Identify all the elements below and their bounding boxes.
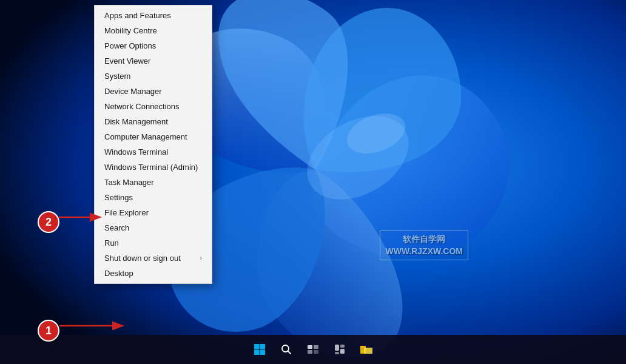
menu-item-windows-terminal[interactable]: Windows Terminal xyxy=(95,144,212,160)
menu-item-power-options[interactable]: Power Options xyxy=(95,38,212,53)
svg-rect-4 xyxy=(260,344,266,349)
svg-rect-18 xyxy=(364,348,372,354)
taskbar xyxy=(0,335,626,364)
menu-item-label: Apps and Features xyxy=(104,11,171,20)
taskview-button[interactable] xyxy=(301,337,325,362)
context-menu: Apps and FeaturesMobility CentrePower Op… xyxy=(94,5,212,284)
annotation-1: 1 xyxy=(38,320,59,342)
search-icon xyxy=(280,343,292,356)
menu-item-label: System xyxy=(104,72,130,81)
menu-item-label: Disk Management xyxy=(104,117,168,126)
menu-item-label: Run xyxy=(104,238,119,248)
svg-rect-19 xyxy=(360,346,364,348)
svg-rect-6 xyxy=(260,350,266,356)
svg-rect-14 xyxy=(340,345,345,348)
start-button[interactable] xyxy=(247,337,272,362)
menu-item-disk-management[interactable]: Disk Management xyxy=(95,114,212,129)
menu-item-search[interactable]: Search xyxy=(95,220,212,235)
menu-item-label: Device Manager xyxy=(104,87,162,96)
explorer-button[interactable] xyxy=(354,337,379,362)
menu-item-network-connections[interactable]: Network Connections xyxy=(95,99,212,114)
menu-item-file-explorer[interactable]: File Explorer xyxy=(95,205,212,220)
menu-item-label: Desktop xyxy=(104,269,133,278)
menu-item-label: Network Connections xyxy=(104,102,180,111)
menu-item-label: Event Viewer xyxy=(104,56,150,66)
search-button[interactable] xyxy=(274,337,298,362)
annotation-2-arrow xyxy=(58,208,103,226)
svg-rect-5 xyxy=(254,350,260,356)
menu-item-mobility-centre[interactable]: Mobility Centre xyxy=(95,23,212,38)
menu-item-label: Power Options xyxy=(104,41,156,50)
svg-rect-15 xyxy=(340,349,345,354)
menu-item-shut-down-or-sign-out[interactable]: Shut down or sign out› xyxy=(95,251,212,266)
menu-item-label: Windows Terminal (Admin) xyxy=(104,163,198,172)
taskview-icon xyxy=(307,343,319,356)
watermark: 软件自学网 WWW.RJZXW.COM xyxy=(380,231,468,260)
menu-item-label: Windows Terminal xyxy=(104,147,168,157)
watermark-line1: 软件自学网 xyxy=(385,234,463,246)
svg-rect-13 xyxy=(335,345,339,351)
menu-item-apps-and-features[interactable]: Apps and Features xyxy=(95,8,212,23)
windows-logo-icon xyxy=(254,343,266,356)
menu-item-desktop[interactable]: Desktop xyxy=(95,266,212,281)
annotation-2: 2 xyxy=(38,211,59,233)
svg-rect-3 xyxy=(254,344,260,349)
explorer-icon xyxy=(360,343,373,356)
menu-item-label: Settings xyxy=(104,193,133,202)
widgets-icon xyxy=(334,343,346,356)
menu-item-label: Search xyxy=(104,223,129,232)
menu-item-task-manager[interactable]: Task Manager xyxy=(95,175,212,190)
menu-item-computer-management[interactable]: Computer Management xyxy=(95,129,212,144)
svg-line-8 xyxy=(288,351,291,354)
svg-rect-12 xyxy=(314,350,318,354)
svg-rect-10 xyxy=(314,345,318,349)
menu-item-label: Mobility Centre xyxy=(104,26,157,35)
menu-item-settings[interactable]: Settings xyxy=(95,190,212,205)
menu-item-run[interactable]: Run xyxy=(95,235,212,251)
menu-item-device-manager[interactable]: Device Manager xyxy=(95,84,212,99)
annotation-1-arrow xyxy=(58,317,125,335)
menu-item-label: File Explorer xyxy=(104,208,149,217)
watermark-line2: WWW.RJZXW.COM xyxy=(385,246,463,258)
svg-rect-9 xyxy=(308,345,312,349)
menu-item-label: Task Manager xyxy=(104,178,154,187)
svg-rect-16 xyxy=(335,352,339,354)
svg-rect-11 xyxy=(308,350,312,354)
menu-item-system[interactable]: System xyxy=(95,69,212,84)
menu-item-event-viewer[interactable]: Event Viewer xyxy=(95,53,212,69)
menu-item-label: Computer Management xyxy=(104,132,187,141)
menu-item-windows-terminal-admin[interactable]: Windows Terminal (Admin) xyxy=(95,160,212,175)
menu-item-label: Shut down or sign out xyxy=(104,254,181,263)
widgets-button[interactable] xyxy=(328,337,352,362)
menu-item-submenu-arrow: › xyxy=(200,255,202,261)
